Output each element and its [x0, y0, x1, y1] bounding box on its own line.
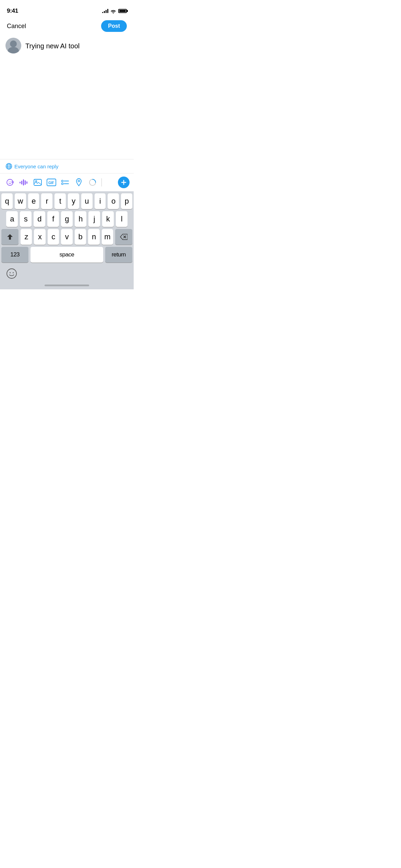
list-icon[interactable]	[59, 176, 71, 189]
shift-key[interactable]	[1, 229, 19, 245]
reply-setting-label: Everyone can reply	[14, 164, 58, 169]
cancel-button[interactable]: Cancel	[7, 21, 26, 31]
svg-rect-14	[23, 179, 24, 185]
svg-rect-13	[21, 181, 22, 184]
nav-bar: Cancel Post	[0, 17, 134, 35]
key-q[interactable]: q	[1, 193, 13, 209]
gif-icon[interactable]: GIF	[45, 176, 58, 189]
key-c[interactable]: c	[48, 229, 59, 245]
key-d[interactable]: d	[34, 211, 45, 227]
home-bar	[45, 285, 89, 286]
key-r[interactable]: r	[41, 193, 52, 209]
key-l[interactable]: l	[116, 211, 127, 227]
key-v[interactable]: v	[61, 229, 72, 245]
reply-setting[interactable]: Everyone can reply	[0, 159, 134, 173]
key-t[interactable]: t	[54, 193, 66, 209]
keyboard-row-1: q w e r t y u i o p	[0, 191, 134, 209]
key-u[interactable]: u	[81, 193, 93, 209]
svg-point-31	[7, 269, 16, 278]
svg-point-32	[10, 272, 11, 273]
compose-area: Trying new AI tool	[0, 35, 134, 69]
toolbar: GIF	[0, 173, 134, 191]
key-z[interactable]: z	[21, 229, 32, 245]
signal-bars-icon	[102, 9, 108, 13]
battery-icon	[118, 9, 127, 13]
svg-rect-15	[25, 180, 26, 185]
compose-text: Trying new AI tool	[25, 41, 128, 51]
space-key[interactable]: space	[31, 247, 103, 263]
avatar-silhouette-icon	[5, 38, 21, 53]
keyboard-row-2: a s d f g h j k l	[0, 209, 134, 227]
status-bar: 9:41	[0, 0, 134, 17]
toolbar-plus-button[interactable]	[118, 177, 130, 188]
image-icon[interactable]	[32, 176, 44, 189]
key-s[interactable]: s	[20, 211, 32, 227]
key-b[interactable]: b	[75, 229, 86, 245]
key-k[interactable]: k	[102, 211, 114, 227]
key-w[interactable]: w	[15, 193, 26, 209]
audio-wave-icon[interactable]	[18, 176, 30, 189]
emoji-keyboard-button[interactable]	[5, 267, 18, 280]
svg-text:GIF: GIF	[48, 181, 54, 185]
circle-loading-icon[interactable]	[86, 176, 99, 189]
key-a[interactable]: a	[6, 211, 18, 227]
key-n[interactable]: n	[88, 229, 99, 245]
emoji-plus-icon[interactable]	[4, 176, 16, 189]
svg-point-21	[62, 180, 63, 182]
svg-point-18	[36, 181, 37, 182]
toolbar-divider	[101, 178, 102, 186]
svg-point-8	[9, 182, 10, 182]
key-i[interactable]: i	[95, 193, 106, 209]
svg-point-25	[78, 180, 80, 182]
svg-rect-17	[34, 179, 41, 185]
key-g[interactable]: g	[61, 211, 73, 227]
key-f[interactable]: f	[47, 211, 59, 227]
numbers-key[interactable]: 123	[1, 247, 28, 263]
post-button[interactable]: Post	[101, 20, 127, 32]
keyboard: q w e r t y u i o p a s d f g h j k	[0, 191, 134, 265]
keyboard-row-4: 123 space return	[0, 245, 134, 265]
key-p[interactable]: p	[121, 193, 132, 209]
svg-rect-16	[26, 181, 27, 184]
wifi-icon	[110, 9, 116, 13]
key-o[interactable]: o	[108, 193, 119, 209]
home-indicator	[0, 282, 134, 289]
key-m[interactable]: m	[102, 229, 113, 245]
return-key[interactable]: return	[105, 247, 132, 263]
location-icon[interactable]	[73, 176, 85, 189]
key-y[interactable]: y	[68, 193, 79, 209]
delete-key[interactable]	[115, 229, 132, 245]
compose-text-area[interactable]: Trying new AI tool	[25, 38, 128, 67]
svg-point-9	[11, 182, 11, 182]
status-time: 9:41	[7, 8, 18, 14]
svg-rect-12	[20, 182, 21, 183]
svg-point-33	[13, 272, 14, 273]
key-h[interactable]: h	[75, 211, 86, 227]
bottom-bar	[0, 265, 134, 282]
key-x[interactable]: x	[34, 229, 45, 245]
key-e[interactable]: e	[28, 193, 39, 209]
keyboard-row-3: z x c v b n m	[0, 227, 134, 245]
key-j[interactable]: j	[88, 211, 100, 227]
svg-point-0	[10, 40, 17, 47]
svg-point-23	[62, 183, 63, 185]
globe-icon	[5, 163, 12, 170]
status-icons	[102, 9, 127, 13]
svg-point-1	[8, 47, 19, 53]
avatar	[5, 38, 21, 53]
